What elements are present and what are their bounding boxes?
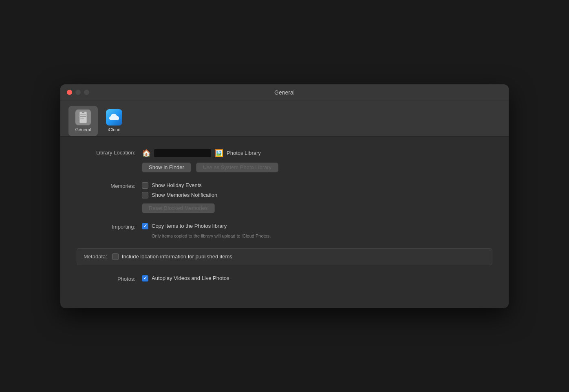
library-name: Photos Library [227, 150, 261, 156]
autoplay-row: Autoplay Videos and Live Photos [142, 275, 492, 282]
importing-label: Importing: [77, 223, 142, 230]
copy-items-checkbox[interactable] [142, 223, 148, 229]
svg-rect-3 [80, 116, 86, 117]
library-path-box [154, 149, 211, 157]
include-location-label: Include location information for publish… [122, 253, 232, 260]
svg-rect-2 [80, 115, 86, 115]
house-icon: 🏠 [142, 149, 151, 158]
memories-row: Memories: Show Holiday Events Show Memor… [77, 182, 492, 213]
svg-rect-0 [79, 112, 87, 123]
library-location-label: Library Location: [77, 149, 142, 156]
tab-icloud-label: iCloud [108, 127, 120, 132]
photos-label: Photos: [77, 275, 142, 282]
metadata-section: Metadata: Include location information f… [77, 248, 492, 265]
use-as-system-button[interactable]: Use as System Photo Library [196, 163, 278, 172]
memories-label: Memories: [77, 182, 142, 189]
traffic-lights [67, 90, 89, 95]
photos-controls: Autoplay Videos and Live Photos [142, 275, 492, 282]
window-title: General [274, 89, 295, 96]
copy-items-label: Copy items to the Photos library [152, 223, 227, 229]
importing-row: Importing: Copy items to the Photos libr… [77, 223, 492, 238]
library-buttons: Show in Finder Use as System Photo Libra… [142, 163, 492, 172]
photos-library-icon: 🖼️ [214, 149, 223, 158]
show-holiday-label: Show Holiday Events [152, 182, 202, 188]
reset-blocked-memories-button[interactable]: Reset Blocked Memories [142, 203, 215, 213]
icloud-icon [106, 109, 122, 126]
photos-row: Photos: Autoplay Videos and Live Photos [77, 275, 492, 282]
tab-icloud[interactable]: iCloud [99, 106, 129, 136]
svg-rect-1 [82, 112, 84, 113]
show-memories-notification-label: Show Memories Notification [152, 192, 217, 198]
show-memories-notification-checkbox[interactable] [142, 192, 148, 198]
library-location-row: Library Location: 🏠 🖼️ Photos Library Sh… [77, 149, 492, 172]
toolbar: General iCloud [60, 101, 509, 137]
importing-controls: Copy items to the Photos library Only it… [142, 223, 492, 238]
memories-controls: Show Holiday Events Show Memories Notifi… [142, 182, 492, 213]
show-holiday-checkbox[interactable] [142, 182, 148, 189]
general-icon [75, 109, 91, 126]
autoplay-label: Autoplay Videos and Live Photos [152, 275, 229, 281]
copy-items-row: Copy items to the Photos library [142, 223, 492, 229]
maximize-button[interactable] [84, 90, 89, 95]
close-button[interactable] [67, 90, 72, 95]
tab-general[interactable]: General [68, 106, 98, 136]
show-in-finder-button[interactable]: Show in Finder [142, 163, 191, 172]
copy-items-sublabel: Only items copied to the library will up… [152, 233, 492, 238]
autoplay-checkbox[interactable] [142, 275, 148, 282]
titlebar: General [60, 84, 509, 101]
svg-rect-4 [80, 118, 84, 119]
metadata-label: Metadata: [84, 253, 107, 260]
content-area: Library Location: 🏠 🖼️ Photos Library Sh… [60, 137, 509, 308]
tab-general-label: General [75, 127, 91, 132]
main-window: General General iCloud [60, 84, 509, 308]
library-path-row: 🏠 🖼️ Photos Library [142, 149, 492, 158]
minimize-button[interactable] [75, 90, 81, 95]
library-location-controls: 🏠 🖼️ Photos Library Show in Finder Use a… [142, 149, 492, 172]
include-location-checkbox[interactable] [112, 253, 119, 260]
memories-buttons: Reset Blocked Memories [142, 203, 492, 213]
show-memories-notification-row: Show Memories Notification [142, 192, 492, 198]
show-holiday-row: Show Holiday Events [142, 182, 492, 189]
